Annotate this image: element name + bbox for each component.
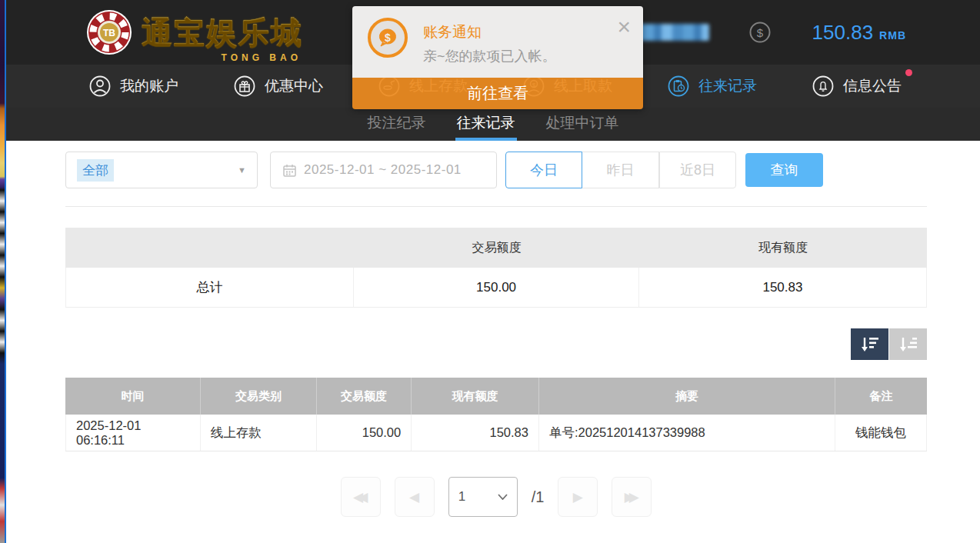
summary-table: 交易额度 现有额度 总计 150.00 150.83 bbox=[65, 228, 927, 308]
balance-currency: RMB bbox=[879, 29, 906, 42]
brand-name: 通宝娱乐城 bbox=[142, 12, 303, 54]
sort-controls bbox=[65, 328, 927, 360]
col-header-type: 交易类别 bbox=[201, 378, 317, 415]
brand-logo[interactable]: TB 通宝娱乐城 TONG BAO bbox=[85, 8, 303, 57]
prev-page-button[interactable]: ◀ bbox=[395, 477, 435, 517]
svg-text:$: $ bbox=[756, 26, 763, 39]
records-icon bbox=[668, 75, 689, 97]
transactions-table: 时间 交易类别 交易额度 现有额度 摘要 备注 2025-12-01 06:16… bbox=[65, 378, 927, 451]
cell-type: 线上存款 bbox=[201, 415, 317, 451]
underlying-page-sliver bbox=[0, 0, 6, 543]
balance-dollar-icon: $ bbox=[749, 22, 771, 43]
notification-message: 亲~您的款项已入帐。 bbox=[423, 47, 556, 65]
date-range-value: 2025-12-01 ~ 2025-12-01 bbox=[304, 162, 462, 178]
brand-wordmark: 通宝娱乐城 TONG BAO bbox=[142, 12, 303, 54]
tab-pending-orders[interactable]: 处理中订单 bbox=[545, 108, 621, 141]
notification-title: 账务通知 bbox=[423, 22, 482, 42]
quick-date-group: 今日 昨日 近8日 bbox=[505, 152, 736, 188]
quick-today-button[interactable]: 今日 bbox=[505, 152, 582, 188]
svg-text:$: $ bbox=[385, 32, 391, 44]
quick-yesterday-button[interactable]: 昨日 bbox=[582, 152, 659, 188]
chevron-down-icon: ▼ bbox=[238, 165, 246, 175]
summary-total-transaction: 150.00 bbox=[354, 268, 639, 307]
sort-descending-icon bbox=[860, 336, 880, 353]
notification-dot bbox=[905, 69, 912, 76]
cell-summary: 单号:202512014137339988 bbox=[539, 415, 835, 451]
records-tabbar: 投注纪录 往来记录 处理中订单 bbox=[6, 108, 980, 141]
summary-header-row: 交易额度 现有额度 bbox=[65, 228, 927, 268]
first-page-button[interactable]: ◀◀ bbox=[341, 477, 381, 517]
category-selected-value: 全部 bbox=[77, 159, 114, 182]
page-total-label: /1 bbox=[532, 488, 545, 506]
col-header-balance: 现有额度 bbox=[412, 378, 539, 415]
cell-amount: 150.00 bbox=[317, 415, 412, 451]
page-select[interactable]: 1 bbox=[448, 477, 518, 517]
svg-text:TB: TB bbox=[103, 28, 115, 38]
gift-icon bbox=[234, 75, 255, 97]
close-icon[interactable]: × bbox=[617, 15, 631, 38]
notification-popup: $ 账务通知 亲~您的款项已入帐。 × 前往查看 bbox=[352, 6, 643, 109]
summary-header-transaction: 交易额度 bbox=[354, 228, 639, 268]
bell-icon bbox=[812, 75, 834, 97]
section-divider bbox=[65, 206, 927, 207]
sort-ascending-icon bbox=[898, 336, 918, 353]
sort-descending-button[interactable] bbox=[851, 328, 888, 360]
chevron-down-icon bbox=[498, 494, 508, 500]
notification-action-button[interactable]: 前往查看 bbox=[352, 78, 643, 109]
calendar-icon bbox=[283, 164, 296, 177]
pagination: ◀◀ ◀ 1 /1 ▶ ▶▶ bbox=[65, 477, 927, 517]
cell-balance: 150.83 bbox=[412, 415, 539, 451]
tab-transaction-records[interactable]: 往来记录 bbox=[455, 108, 517, 141]
cell-remark: 钱能钱包 bbox=[835, 415, 927, 451]
last-page-button[interactable]: ▶▶ bbox=[612, 477, 652, 517]
sort-ascending-button[interactable] bbox=[889, 328, 927, 360]
date-range-input[interactable]: 2025-12-01 ~ 2025-12-01 bbox=[270, 152, 497, 188]
nav-item-announcements[interactable]: 信息公告 bbox=[812, 75, 957, 97]
next-page-button[interactable]: ▶ bbox=[558, 477, 598, 517]
col-header-amount: 交易额度 bbox=[317, 378, 412, 415]
brand-subname: TONG BAO bbox=[222, 52, 302, 63]
summary-header-empty bbox=[65, 228, 354, 268]
nav-item-records[interactable]: 往来记录 bbox=[668, 75, 812, 97]
table-row: 2025-12-01 06:16:11 线上存款 150.00 150.83 单… bbox=[65, 415, 927, 451]
summary-total-row: 总计 150.00 150.83 bbox=[65, 268, 927, 308]
nav-announcements-label: 信息公告 bbox=[843, 78, 902, 94]
main-content: 全部 ▼ 2025-12-01 ~ 2025- bbox=[6, 141, 980, 543]
cell-time: 2025-12-01 06:16:11 bbox=[65, 415, 201, 451]
table-header-row: 时间 交易类别 交易额度 现有额度 摘要 备注 bbox=[65, 378, 927, 415]
notification-body: $ 账务通知 亲~您的款项已入帐。 × bbox=[352, 6, 643, 78]
nav-item-my-account[interactable]: 我的账户 bbox=[89, 75, 234, 97]
col-header-remark: 备注 bbox=[835, 378, 927, 415]
balance-display[interactable]: 150.83 RMB bbox=[812, 21, 906, 45]
money-message-icon: $ bbox=[368, 18, 408, 58]
page-select-value: 1 bbox=[458, 489, 465, 505]
summary-total-balance: 150.83 bbox=[639, 268, 927, 307]
col-header-summary: 摘要 bbox=[539, 378, 835, 415]
category-select[interactable]: 全部 ▼ bbox=[65, 152, 258, 188]
user-icon bbox=[89, 75, 111, 97]
summary-header-balance: 现有额度 bbox=[639, 228, 927, 268]
page: TB 通宝娱乐城 TONG BAO $ 150.83 RMB bbox=[0, 0, 980, 543]
casino-chip-icon: TB bbox=[85, 8, 134, 57]
col-header-time: 时间 bbox=[65, 378, 201, 415]
tab-betting-records[interactable]: 投注纪录 bbox=[366, 108, 428, 141]
balance-amount: 150.83 bbox=[812, 21, 874, 45]
quick-last8days-button[interactable]: 近8日 bbox=[659, 152, 736, 188]
search-button[interactable]: 查询 bbox=[745, 153, 823, 187]
filter-row: 全部 ▼ 2025-12-01 ~ 2025- bbox=[65, 152, 927, 188]
summary-total-label: 总计 bbox=[65, 268, 354, 307]
